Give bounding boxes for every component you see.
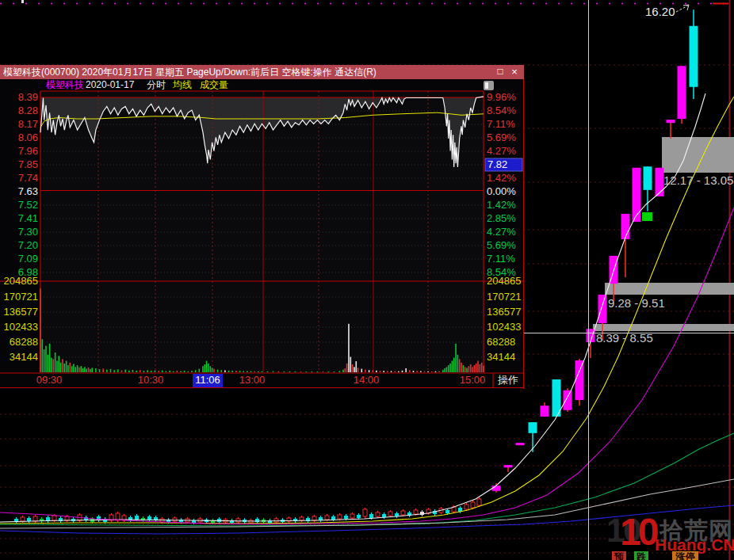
pct-axis-label: 1.42% xyxy=(487,172,516,184)
mini-candle xyxy=(363,509,367,516)
volume-bar xyxy=(86,369,87,372)
time-axis-label: 09:30 xyxy=(36,374,63,386)
volume-bar xyxy=(376,371,377,372)
mini-candle xyxy=(52,516,56,520)
volume-bar xyxy=(209,366,211,372)
volume-bar xyxy=(323,371,324,372)
volume-bar xyxy=(459,359,461,372)
volume-bar xyxy=(470,364,472,372)
volume-bar xyxy=(444,368,445,372)
volume-bar xyxy=(342,370,344,372)
volume-bar xyxy=(317,371,319,372)
price-axis-label: 7.63 xyxy=(18,185,38,197)
volume-bar xyxy=(402,371,403,372)
header-avg-legend: 均线 xyxy=(172,79,192,90)
action-button[interactable]: 操作 xyxy=(497,374,518,386)
daily-candle xyxy=(690,26,698,87)
price-axis-label: 8.17 xyxy=(18,118,38,130)
volume-bar xyxy=(44,349,45,372)
price-range-label: 8.39 - 8.55 xyxy=(596,331,653,345)
volume-bar xyxy=(42,339,44,372)
volume-bar xyxy=(350,357,352,372)
price-axis-label: 7.74 xyxy=(18,172,38,184)
volume-bar xyxy=(75,367,76,372)
volume-bar xyxy=(95,368,97,372)
tag-跌: 跌 xyxy=(634,551,648,560)
mini-candle xyxy=(33,516,37,521)
volume-bar xyxy=(208,364,209,372)
volume-bar xyxy=(453,358,455,372)
mini-candle xyxy=(357,515,361,518)
volume-bar xyxy=(258,371,259,372)
app-root: 12.17 - 13.059.28 - 9.518.39 - 8.5516.20… xyxy=(0,0,734,560)
volume-bar xyxy=(239,371,241,372)
volume-bar xyxy=(63,364,65,372)
pct-axis-label: 5.69% xyxy=(487,239,516,251)
maximize-button[interactable]: □ xyxy=(494,65,507,79)
volume-bar xyxy=(328,371,330,372)
price-axis-label: 8.39 xyxy=(18,91,38,103)
time-axis-label: 14:00 xyxy=(354,374,380,386)
time-cursor-value: 11:06 xyxy=(195,374,220,386)
volume-bar xyxy=(391,371,392,372)
volume-bar xyxy=(62,359,63,372)
volume-axis-label: 102433 xyxy=(487,321,521,333)
volume-bar xyxy=(213,369,215,372)
daily-candle xyxy=(541,406,549,417)
volume-bar xyxy=(220,370,222,372)
volume-axis-label: 204865 xyxy=(487,275,521,287)
price-range-label: 12.17 - 13.05 xyxy=(663,173,733,187)
panel-icon[interactable] xyxy=(484,81,494,90)
volume-bar xyxy=(354,367,355,372)
volume-bar xyxy=(306,371,308,372)
volume-bar xyxy=(398,371,399,372)
volume-bar xyxy=(312,371,313,372)
mini-candle xyxy=(21,517,25,521)
tag-预: 预 xyxy=(612,551,626,560)
mini-candle xyxy=(300,517,304,520)
volume-bar xyxy=(173,371,174,372)
daily-candle xyxy=(656,168,664,196)
volume-bar xyxy=(431,371,433,372)
volume-bar xyxy=(231,371,233,372)
pct-axis-label: 5.69% xyxy=(487,131,516,143)
mini-candle xyxy=(382,514,386,517)
volume-bar xyxy=(477,361,479,372)
header-mode: 分时 xyxy=(147,79,166,90)
volume-bar xyxy=(247,371,248,372)
popup-titlebar[interactable]: 模塑科技(000700) 2020年01月17日 星期五 PageUp/Down… xyxy=(0,65,524,79)
volume-axis-label: 204865 xyxy=(4,275,38,287)
volume-bar xyxy=(71,366,73,372)
volume-bar xyxy=(455,344,457,372)
time-axis-label: 13:00 xyxy=(239,374,266,386)
volume-bar xyxy=(60,363,62,372)
volume-bar xyxy=(438,371,440,372)
volume-bar xyxy=(295,371,296,372)
volume-bar xyxy=(82,368,84,372)
tag-涨停: 涨停 xyxy=(672,551,698,560)
volume-bar xyxy=(262,371,263,372)
volume-bar xyxy=(143,371,145,372)
volume-bar xyxy=(464,367,466,372)
volume-bar xyxy=(84,367,86,372)
volume-bar xyxy=(199,369,201,372)
volume-bar xyxy=(481,363,483,372)
volume-bar xyxy=(383,371,384,372)
daily-candle xyxy=(633,168,641,222)
volume-bar xyxy=(449,364,451,372)
mini-candle xyxy=(376,512,380,516)
volume-bar xyxy=(99,369,101,372)
close-button[interactable]: × xyxy=(508,65,521,79)
volume-bar xyxy=(188,371,189,372)
volume-bar xyxy=(372,370,373,372)
volume-bar xyxy=(452,361,453,372)
daily-candle xyxy=(644,166,652,190)
volume-bar xyxy=(91,368,93,372)
current-price-value: 7.82 xyxy=(487,158,507,170)
volume-bar xyxy=(102,368,104,372)
volume-bar xyxy=(177,371,178,372)
volume-bar xyxy=(355,361,357,372)
volume-bar xyxy=(77,365,78,372)
volume-bar xyxy=(446,367,448,372)
intraday-popup-window[interactable]: 模塑科技(000700) 2020年01月17日 星期五 PageUp/Down… xyxy=(0,65,524,389)
